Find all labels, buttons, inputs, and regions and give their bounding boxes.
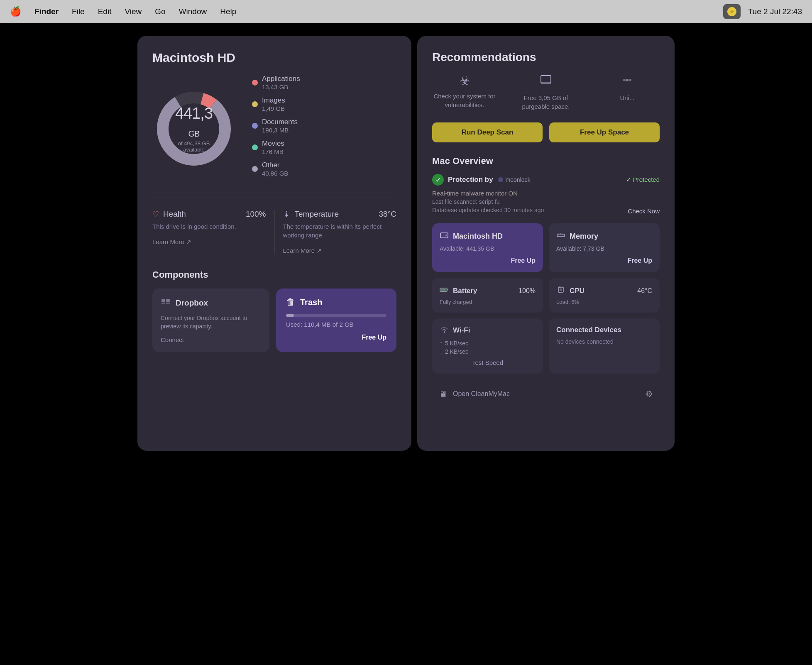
legend-label-other: Other	[262, 161, 288, 169]
go-menu[interactable]: Go	[155, 7, 165, 16]
cpu-icon	[556, 285, 565, 296]
trash-card: 🗑 Trash Used: 110,4 MB of 2 GB Free Up	[276, 288, 396, 352]
svg-rect-6	[161, 303, 165, 304]
finder-menu[interactable]: Finder	[34, 7, 59, 16]
file-menu[interactable]: File	[72, 7, 85, 16]
temperature-title: Temperature	[295, 210, 339, 219]
health-block: ♡ Health 100% This drive is in good cond…	[152, 210, 274, 254]
memory-icon	[556, 231, 565, 242]
battery-title: Battery	[453, 287, 477, 295]
battery-value: 100%	[519, 287, 536, 295]
temperature-desc: The temperature is within its perfect wo…	[283, 222, 397, 240]
battery-cpu-grid: Battery 100% Fully charged	[432, 278, 660, 313]
disk-free-up-button[interactable]: Free Up	[440, 257, 536, 264]
purgeable-icon	[540, 74, 552, 89]
svg-rect-22	[441, 289, 447, 291]
battery-sub: Fully charged	[440, 299, 536, 305]
check-now-button[interactable]: Check Now	[628, 208, 660, 215]
macintosh-hd-sub: Available: 441,35 GB	[440, 245, 536, 252]
temperature-block: 🌡 Temperature 38°C The temperature is wi…	[274, 210, 397, 254]
wifi-upload: ↑ 5 KB/sec	[440, 340, 536, 347]
other-rec-label: Uni...	[620, 93, 634, 102]
memory-title: Memory	[570, 232, 598, 241]
battery-card: Battery 100% Fully charged	[432, 278, 543, 313]
disk-chart-area: 441,3 GB of 494,38 GB available Applicat…	[152, 75, 396, 183]
recommendations-buttons: Run Deep Scan Free Up Space	[432, 122, 660, 142]
protection-badge: ✓	[432, 174, 444, 186]
svg-rect-8	[541, 76, 551, 83]
view-menu[interactable]: View	[125, 7, 142, 16]
health-value: 100%	[246, 210, 266, 219]
memory-card: Memory Available: 7,73 GB Free Up	[549, 223, 660, 272]
test-speed-button[interactable]: Test Speed	[440, 359, 536, 366]
wifi-download: ↓ 2 KB/sec	[440, 348, 536, 355]
svg-rect-7	[166, 303, 170, 304]
dropbox-connect-button[interactable]: Connect	[161, 336, 184, 343]
disk-legend: Applications 13,43 GB Images 1,49 GB Doc…	[252, 75, 396, 183]
dropbox-desc: Connect your Dropbox account to preview …	[161, 314, 261, 330]
health-icon: ♡	[152, 210, 159, 219]
temperature-header: 🌡 Temperature 38°C	[283, 210, 397, 219]
wifi-devices-grid: Wi-Fi ↑ 5 KB/sec ↓ 2 KB/sec Test Speed C…	[432, 318, 660, 374]
legend-label-images: Images	[262, 96, 285, 105]
legend-value-applications: 13,43 GB	[262, 83, 300, 90]
cpu-sub: Load: 6%	[556, 299, 652, 305]
cleanmymac-bottom-icon: 🖥	[439, 389, 447, 399]
help-menu[interactable]: Help	[220, 7, 236, 16]
svg-rect-17	[558, 233, 559, 235]
legend-dot-images	[252, 101, 258, 107]
svg-rect-19	[562, 233, 563, 235]
health-learn-more[interactable]: Learn More	[152, 238, 191, 245]
cleanmymac-menubar-icon[interactable]	[723, 4, 741, 19]
disk-usage-center: 441,3 GB of 494,38 GB available	[173, 105, 215, 153]
legend-applications: Applications 13,43 GB	[252, 75, 396, 90]
cpu-value: 46°C	[637, 287, 652, 295]
legend-value-movies: 176 MB	[262, 148, 284, 155]
legend-dot-documents	[252, 123, 258, 129]
upload-arrow-icon: ↑	[440, 340, 443, 347]
menubar: 🍎 Finder File Edit View Go Window Help T…	[0, 0, 812, 23]
run-deep-scan-button[interactable]: Run Deep Scan	[432, 122, 543, 142]
legend-value-other: 40,86 GB	[262, 170, 288, 177]
recommendations-title: Recommendations	[432, 51, 660, 64]
legend-label-movies: Movies	[262, 139, 284, 148]
edit-menu[interactable]: Edit	[98, 7, 112, 16]
vulnerabilities-icon: ☣	[460, 74, 470, 88]
last-scanned: Last file scanned: script-fu	[432, 198, 660, 205]
free-up-space-button[interactable]: Free Up Space	[549, 122, 660, 142]
settings-gear-icon[interactable]: ⚙	[646, 389, 653, 399]
trash-icon: 🗑	[286, 297, 295, 308]
svg-rect-4	[161, 299, 165, 302]
malware-monitor-status: Real-time malware monitor ON	[432, 190, 660, 197]
connected-devices-status: No devices connected	[556, 338, 652, 345]
window-menu[interactable]: Window	[179, 7, 207, 16]
hard-drive-icon	[440, 231, 449, 242]
svg-point-15	[445, 235, 447, 236]
legend-other: Other 40,86 GB	[252, 161, 396, 177]
legend-images: Images 1,49 GB	[252, 96, 396, 112]
legend-movies: Movies 176 MB	[252, 139, 396, 155]
stats-row: ♡ Health 100% This drive is in good cond…	[152, 198, 396, 254]
purgeable-label: Free 3,05 GB of purgeable space.	[514, 93, 578, 111]
svg-point-13	[498, 177, 503, 182]
trash-name: Trash	[300, 298, 322, 307]
memory-free-up-button[interactable]: Free Up	[556, 257, 652, 264]
components-grid: Dropbox Connect your Dropbox account to …	[152, 288, 396, 352]
cpu-card: CPU 46°C Load: 6%	[549, 278, 660, 313]
legend-value-images: 1,49 GB	[262, 105, 285, 112]
apple-menu[interactable]: 🍎	[10, 6, 21, 17]
temperature-learn-more[interactable]: Learn More	[283, 247, 322, 254]
open-cleanmymac-button[interactable]: Open CleanMyMac	[453, 390, 510, 398]
legend-dot-other	[252, 166, 258, 172]
trash-free-up-button[interactable]: Free Up	[286, 334, 386, 341]
trash-used: Used: 110,4 MB of 2 GB	[286, 321, 386, 328]
svg-rect-5	[166, 299, 170, 302]
legend-label-documents: Documents	[262, 118, 298, 126]
disk-donut-chart: 441,3 GB of 494,38 GB available	[152, 87, 235, 170]
trash-header: 🗑 Trash	[286, 297, 386, 308]
svg-rect-18	[560, 233, 561, 235]
memory-sub: Available: 7,73 GB	[556, 245, 652, 252]
svg-point-10	[623, 79, 626, 81]
legend-value-documents: 190,3 MB	[262, 127, 298, 134]
svg-rect-24	[560, 288, 562, 291]
